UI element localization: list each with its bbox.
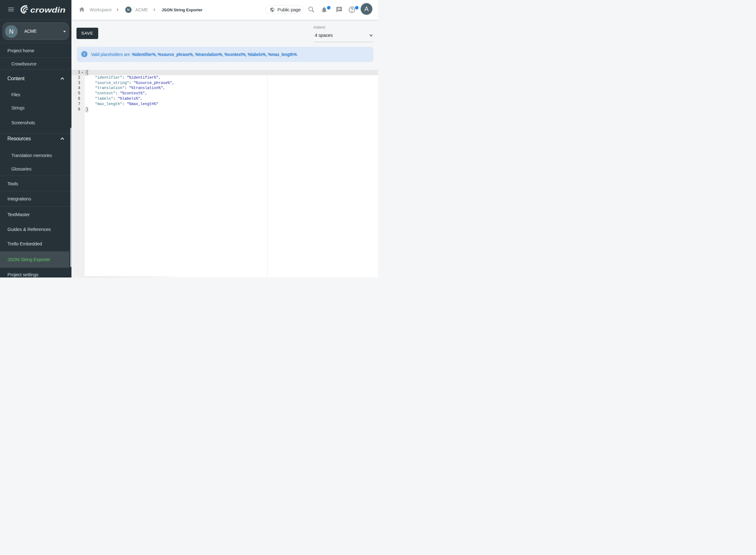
svg-text:crowdin: crowdin bbox=[30, 6, 66, 14]
